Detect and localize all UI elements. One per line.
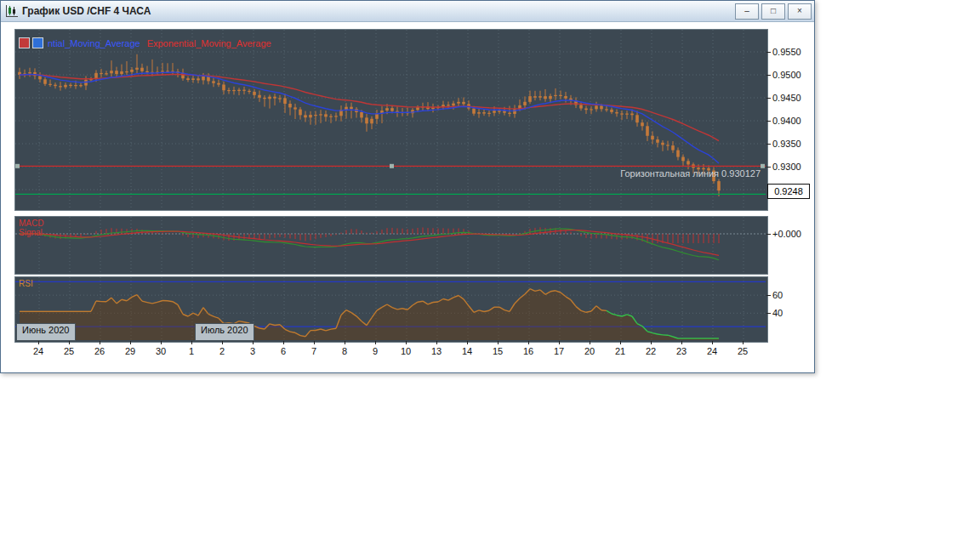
rsi-canvas[interactable]: [15, 277, 766, 340]
macd-zero-label: +0.000: [772, 229, 801, 239]
hline-handle-right: [761, 164, 765, 168]
window-title: График USD /CHF 4 ЧАСА: [22, 5, 732, 17]
time-axis-tick: [375, 341, 376, 344]
time-axis-label: 24: [33, 346, 43, 356]
price-axis-label: 0.9500: [772, 70, 801, 80]
titlebar[interactable]: График USD /CHF 4 ЧАСА – □ ×: [1, 1, 814, 22]
rsi-indicator-label: RSI: [19, 279, 33, 288]
ema-fast-label: ntial_Moving_Average: [48, 38, 140, 48]
time-axis-tick: [436, 341, 437, 344]
candlestick-chart-icon: [5, 4, 19, 18]
time-axis-label: 15: [493, 346, 503, 356]
time-axis-tick: [590, 341, 590, 344]
time-axis-tick: [620, 341, 621, 344]
time-axis-label: 22: [646, 346, 656, 356]
price-axis-label: 0.9300: [772, 162, 801, 172]
time-axis-tick: [406, 341, 407, 344]
price-axis-tick: [766, 98, 771, 99]
time-axis-tick: [69, 341, 70, 344]
price-axis-tick: [766, 144, 771, 145]
time-axis-tick: [100, 341, 100, 344]
time-axis-label: 25: [738, 346, 748, 356]
time-axis-tick: [191, 341, 192, 344]
price-axis-tick: [766, 167, 771, 168]
time-axis-label: 1: [189, 346, 194, 356]
indicator-legend: ntial_Moving_Average Exponential_Moving_…: [19, 37, 271, 48]
ema-slow-label: Exponential_Moving_Average: [147, 38, 271, 48]
time-axis-tick: [253, 341, 254, 344]
time-axis-label: 8: [342, 346, 347, 356]
rsi-panel[interactable]: RSI: [14, 276, 768, 343]
time-axis-label: 6: [281, 346, 286, 356]
price-axis-label: 0.9550: [772, 47, 801, 57]
time-axis-tick: [712, 341, 713, 344]
rsi-scale-label: 40: [772, 308, 783, 318]
macd-histogram: [30, 227, 719, 243]
time-axis-label: 25: [64, 346, 74, 356]
price-axis-label: 0.9350: [772, 139, 801, 149]
time-axis-label: 3: [250, 346, 255, 356]
time-axis-label: 21: [615, 346, 625, 356]
time-axis-label: 10: [401, 346, 411, 356]
month-tag-july[interactable]: Июль 2020: [195, 323, 254, 341]
time-axis-label: 17: [554, 346, 564, 356]
time-axis-tick: [528, 341, 529, 344]
time-axis-tick: [681, 341, 682, 344]
price-axis-tick: [766, 75, 771, 76]
time-axis-label: 7: [311, 346, 316, 356]
price-axis-tick: [766, 121, 771, 122]
time-axis-label: 13: [431, 346, 442, 356]
restore-button[interactable]: □: [761, 3, 785, 20]
time-axis-label: 29: [125, 346, 135, 356]
time-axis-label: 26: [94, 346, 105, 356]
time-axis-tick: [467, 341, 468, 344]
macd-indicator-label: MACD Signal: [19, 219, 43, 237]
time-axis-tick: [345, 341, 345, 344]
macd-panel[interactable]: MACD Signal: [14, 216, 768, 275]
time-axis-tick: [559, 341, 560, 344]
time-axis-label: 24: [707, 346, 717, 356]
price-chart-canvas[interactable]: [15, 30, 766, 208]
time-axis-label: 20: [584, 346, 595, 356]
price-chart-panel[interactable]: ntial_Moving_Average Exponential_Moving_…: [14, 29, 768, 211]
rsi-scale-tick: [766, 295, 771, 296]
chart-window: График USD /CHF 4 ЧАСА – □ × ntial_Movin…: [0, 0, 815, 373]
macd-canvas[interactable]: [15, 217, 766, 272]
time-axis-label: 23: [676, 346, 687, 356]
time-axis-label: 9: [373, 346, 378, 356]
grid-lines: [39, 217, 744, 272]
rsi-scale-tick: [766, 313, 771, 314]
price-axis-tick: [766, 52, 771, 53]
time-axis-tick: [651, 341, 652, 344]
current-price-tag: 0.9248: [767, 184, 810, 199]
time-axis-tick: [498, 341, 499, 344]
legend-button-blue[interactable]: [32, 37, 43, 48]
time-axis-tick: [38, 341, 39, 344]
time-axis-label: 2: [219, 346, 225, 356]
minimize-button[interactable]: –: [735, 3, 759, 20]
rsi-scale-label: 60: [772, 290, 783, 300]
hline-handle-center: [390, 164, 394, 168]
time-axis-tick: [743, 341, 744, 344]
time-axis-tick: [222, 341, 223, 344]
price-axis-label: 0.9450: [772, 93, 801, 103]
time-axis-label: 16: [523, 346, 533, 356]
close-button[interactable]: ×: [788, 3, 812, 20]
macd-label-line1: MACD: [19, 219, 43, 228]
month-tag-june[interactable]: Июнь 2020: [16, 323, 76, 341]
time-axis-tick: [314, 341, 315, 344]
legend-button-red[interactable]: [19, 37, 30, 48]
ema-fast-line: [20, 72, 719, 163]
horizontal-line-tooltip: Горизонтальная линия 0.930127: [620, 168, 761, 179]
time-axis-label: 30: [156, 346, 166, 356]
macd-zero-tick: [766, 234, 771, 235]
macd-label-line2: Signal: [19, 228, 43, 237]
time-axis-label: 14: [462, 346, 472, 356]
time-axis-tick: [161, 341, 162, 344]
time-axis-tick: [283, 341, 284, 344]
price-axis-label: 0.9400: [772, 116, 801, 126]
hline-handle-left: [15, 164, 20, 168]
time-axis-tick: [130, 341, 131, 344]
